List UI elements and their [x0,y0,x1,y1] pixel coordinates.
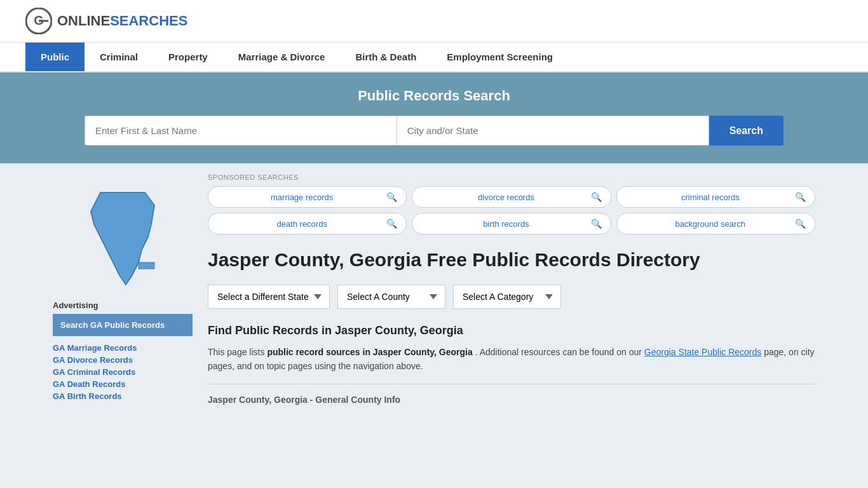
find-heading: Find Public Records in Jasper County, Ge… [208,324,815,337]
sponsored-label: SPONSORED SEARCHES [208,173,815,181]
search-icon: 🔍 [386,219,397,229]
sponsored-grid: marriage records 🔍 divorce records 🔍 cri… [208,186,815,234]
nav-item-employment[interactable]: Employment Screening [431,43,568,71]
county-info-label: Jasper County, Georgia - General County … [208,395,815,405]
nav-item-marriage[interactable]: Marriage & Divorce [223,43,341,71]
list-item[interactable]: GA Marriage Records [53,342,193,353]
sponsored-item-marriage[interactable]: marriage records 🔍 [208,186,407,208]
nav-item-criminal[interactable]: Criminal [85,43,153,71]
nav-item-birth-death[interactable]: Birth & Death [340,43,431,71]
search-icon: 🔍 [591,192,602,202]
sidebar-link-list: GA Marriage Records GA Divorce Records G… [53,342,193,401]
hero-section: Public Records Search Search [0,72,868,163]
nav-link-criminal[interactable]: Criminal [85,43,153,71]
page-title: Jasper County, Georgia Free Public Recor… [208,247,815,272]
nav-link-property[interactable]: Property [153,43,223,71]
sponsored-item-birth[interactable]: birth records 🔍 [412,213,611,234]
nav-link-public[interactable]: Public [25,43,85,71]
list-item[interactable]: GA Criminal Records [53,367,193,377]
search-icon: 🔍 [795,219,806,229]
main-content: Advertising Search GA Public Records GA … [40,163,828,415]
advertising-label: Advertising [53,301,193,310]
sponsored-item-background[interactable]: background search 🔍 [616,213,815,234]
dropdowns-row: Select a Different State Select A County… [208,285,815,309]
georgia-map-svg [81,186,164,288]
nav-item-public[interactable]: Public [25,43,85,71]
search-button[interactable]: Search [709,116,783,146]
search-icon: 🔍 [795,192,806,202]
georgia-records-link[interactable]: Georgia State Public Records [644,347,761,357]
hero-title: Public Records Search [25,88,843,104]
search-icon: 🔍 [386,192,397,202]
section-divider [208,384,815,384]
list-item[interactable]: GA Divorce Records [53,355,193,365]
logo-icon: G [25,8,52,34]
advertising-section: Advertising Search GA Public Records GA … [53,301,193,401]
nav-link-birth-death[interactable]: Birth & Death [340,43,431,71]
search-icon: 🔍 [591,219,602,229]
list-item[interactable]: GA Birth Records [53,391,193,401]
state-dropdown[interactable]: Select a Different State [208,285,330,309]
list-item[interactable]: GA Death Records [53,379,193,389]
sponsored-item-divorce[interactable]: divorce records 🔍 [412,186,611,208]
nav-item-property[interactable]: Property [153,43,223,71]
sidebar: Advertising Search GA Public Records GA … [53,173,193,405]
logo[interactable]: G ONLINESEARCHES [25,8,187,34]
category-dropdown[interactable]: Select A Category [453,285,561,309]
body-text: This page lists public record sources in… [208,345,815,374]
content-area: SPONSORED SEARCHES marriage records 🔍 di… [208,173,815,405]
county-dropdown[interactable]: Select A County [337,285,445,309]
site-header: G ONLINESEARCHES [0,0,868,43]
sponsored-item-criminal[interactable]: criminal records 🔍 [616,186,815,208]
search-bar: Search [85,116,783,146]
nav-link-marriage[interactable]: Marriage & Divorce [223,43,341,71]
sponsored-section: SPONSORED SEARCHES marriage records 🔍 di… [208,173,815,234]
sidebar-ad-button[interactable]: Search GA Public Records [53,314,193,336]
sponsored-item-death[interactable]: death records 🔍 [208,213,407,234]
state-map [53,186,193,288]
nav-link-employment[interactable]: Employment Screening [431,43,568,71]
name-input[interactable] [85,116,397,146]
location-input[interactable] [397,116,709,146]
main-nav: Public Criminal Property Marriage & Divo… [0,43,868,72]
logo-text: ONLINESEARCHES [57,13,187,29]
